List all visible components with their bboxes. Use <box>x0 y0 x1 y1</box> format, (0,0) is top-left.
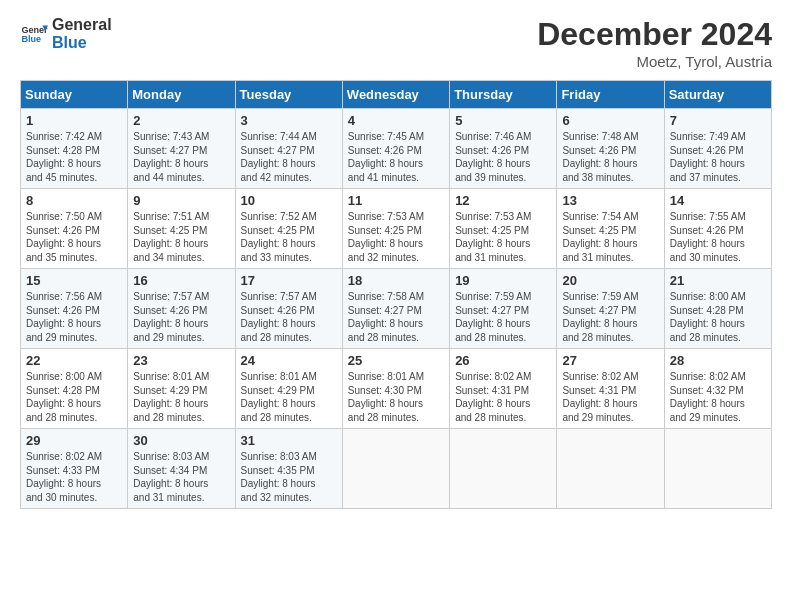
cell-details: Sunrise: 7:52 AMSunset: 4:25 PMDaylight:… <box>241 210 338 264</box>
calendar-cell: 25Sunrise: 8:01 AMSunset: 4:30 PMDayligh… <box>342 349 449 429</box>
calendar-week-row: 1Sunrise: 7:42 AMSunset: 4:28 PMDaylight… <box>21 109 772 189</box>
day-number: 27 <box>562 353 659 368</box>
cell-details: Sunrise: 7:48 AMSunset: 4:26 PMDaylight:… <box>562 130 659 184</box>
day-number: 20 <box>562 273 659 288</box>
calendar-cell: 21Sunrise: 8:00 AMSunset: 4:28 PMDayligh… <box>664 269 771 349</box>
calendar-cell: 8Sunrise: 7:50 AMSunset: 4:26 PMDaylight… <box>21 189 128 269</box>
calendar-cell: 23Sunrise: 8:01 AMSunset: 4:29 PMDayligh… <box>128 349 235 429</box>
logo-icon: General Blue <box>20 20 48 48</box>
day-number: 7 <box>670 113 767 128</box>
calendar-cell: 12Sunrise: 7:53 AMSunset: 4:25 PMDayligh… <box>450 189 557 269</box>
calendar-cell: 14Sunrise: 7:55 AMSunset: 4:26 PMDayligh… <box>664 189 771 269</box>
cell-details: Sunrise: 7:49 AMSunset: 4:26 PMDaylight:… <box>670 130 767 184</box>
calendar-cell: 19Sunrise: 7:59 AMSunset: 4:27 PMDayligh… <box>450 269 557 349</box>
header: General Blue General Blue December 2024 … <box>20 16 772 70</box>
day-number: 15 <box>26 273 123 288</box>
calendar-cell: 7Sunrise: 7:49 AMSunset: 4:26 PMDaylight… <box>664 109 771 189</box>
calendar-week-row: 8Sunrise: 7:50 AMSunset: 4:26 PMDaylight… <box>21 189 772 269</box>
header-tuesday: Tuesday <box>235 81 342 109</box>
cell-details: Sunrise: 7:56 AMSunset: 4:26 PMDaylight:… <box>26 290 123 344</box>
svg-text:Blue: Blue <box>21 35 41 45</box>
day-number: 5 <box>455 113 552 128</box>
calendar-cell: 17Sunrise: 7:57 AMSunset: 4:26 PMDayligh… <box>235 269 342 349</box>
calendar-cell <box>664 429 771 509</box>
day-number: 13 <box>562 193 659 208</box>
cell-details: Sunrise: 7:58 AMSunset: 4:27 PMDaylight:… <box>348 290 445 344</box>
cell-details: Sunrise: 8:02 AMSunset: 4:33 PMDaylight:… <box>26 450 123 504</box>
day-number: 30 <box>133 433 230 448</box>
calendar-cell: 18Sunrise: 7:58 AMSunset: 4:27 PMDayligh… <box>342 269 449 349</box>
cell-details: Sunrise: 7:42 AMSunset: 4:28 PMDaylight:… <box>26 130 123 184</box>
cell-details: Sunrise: 7:45 AMSunset: 4:26 PMDaylight:… <box>348 130 445 184</box>
month-title: December 2024 <box>537 16 772 53</box>
calendar-cell: 6Sunrise: 7:48 AMSunset: 4:26 PMDaylight… <box>557 109 664 189</box>
day-number: 24 <box>241 353 338 368</box>
calendar-cell: 16Sunrise: 7:57 AMSunset: 4:26 PMDayligh… <box>128 269 235 349</box>
cell-details: Sunrise: 7:57 AMSunset: 4:26 PMDaylight:… <box>133 290 230 344</box>
cell-details: Sunrise: 8:00 AMSunset: 4:28 PMDaylight:… <box>26 370 123 424</box>
day-number: 14 <box>670 193 767 208</box>
cell-details: Sunrise: 7:43 AMSunset: 4:27 PMDaylight:… <box>133 130 230 184</box>
cell-details: Sunrise: 8:00 AMSunset: 4:28 PMDaylight:… <box>670 290 767 344</box>
cell-details: Sunrise: 7:53 AMSunset: 4:25 PMDaylight:… <box>455 210 552 264</box>
day-number: 17 <box>241 273 338 288</box>
day-number: 1 <box>26 113 123 128</box>
day-number: 25 <box>348 353 445 368</box>
cell-details: Sunrise: 7:46 AMSunset: 4:26 PMDaylight:… <box>455 130 552 184</box>
day-number: 6 <box>562 113 659 128</box>
cell-details: Sunrise: 7:57 AMSunset: 4:26 PMDaylight:… <box>241 290 338 344</box>
header-sunday: Sunday <box>21 81 128 109</box>
cell-details: Sunrise: 8:01 AMSunset: 4:30 PMDaylight:… <box>348 370 445 424</box>
header-wednesday: Wednesday <box>342 81 449 109</box>
day-number: 21 <box>670 273 767 288</box>
cell-details: Sunrise: 7:54 AMSunset: 4:25 PMDaylight:… <box>562 210 659 264</box>
location: Moetz, Tyrol, Austria <box>537 53 772 70</box>
day-number: 22 <box>26 353 123 368</box>
day-number: 23 <box>133 353 230 368</box>
day-number: 29 <box>26 433 123 448</box>
calendar-body: 1Sunrise: 7:42 AMSunset: 4:28 PMDaylight… <box>21 109 772 509</box>
calendar-cell: 31Sunrise: 8:03 AMSunset: 4:35 PMDayligh… <box>235 429 342 509</box>
calendar-cell: 20Sunrise: 7:59 AMSunset: 4:27 PMDayligh… <box>557 269 664 349</box>
calendar-cell: 29Sunrise: 8:02 AMSunset: 4:33 PMDayligh… <box>21 429 128 509</box>
calendar-cell: 24Sunrise: 8:01 AMSunset: 4:29 PMDayligh… <box>235 349 342 429</box>
cell-details: Sunrise: 8:02 AMSunset: 4:31 PMDaylight:… <box>562 370 659 424</box>
day-number: 10 <box>241 193 338 208</box>
title-area: December 2024 Moetz, Tyrol, Austria <box>537 16 772 70</box>
calendar-week-row: 15Sunrise: 7:56 AMSunset: 4:26 PMDayligh… <box>21 269 772 349</box>
calendar-cell: 10Sunrise: 7:52 AMSunset: 4:25 PMDayligh… <box>235 189 342 269</box>
calendar-cell: 1Sunrise: 7:42 AMSunset: 4:28 PMDaylight… <box>21 109 128 189</box>
day-number: 9 <box>133 193 230 208</box>
cell-details: Sunrise: 8:03 AMSunset: 4:35 PMDaylight:… <box>241 450 338 504</box>
cell-details: Sunrise: 8:03 AMSunset: 4:34 PMDaylight:… <box>133 450 230 504</box>
cell-details: Sunrise: 8:01 AMSunset: 4:29 PMDaylight:… <box>241 370 338 424</box>
cell-details: Sunrise: 7:55 AMSunset: 4:26 PMDaylight:… <box>670 210 767 264</box>
day-number: 4 <box>348 113 445 128</box>
cell-details: Sunrise: 8:02 AMSunset: 4:32 PMDaylight:… <box>670 370 767 424</box>
cell-details: Sunrise: 8:01 AMSunset: 4:29 PMDaylight:… <box>133 370 230 424</box>
header-monday: Monday <box>128 81 235 109</box>
calendar-cell: 11Sunrise: 7:53 AMSunset: 4:25 PMDayligh… <box>342 189 449 269</box>
cell-details: Sunrise: 7:51 AMSunset: 4:25 PMDaylight:… <box>133 210 230 264</box>
calendar-week-row: 22Sunrise: 8:00 AMSunset: 4:28 PMDayligh… <box>21 349 772 429</box>
calendar-cell: 13Sunrise: 7:54 AMSunset: 4:25 PMDayligh… <box>557 189 664 269</box>
calendar-week-row: 29Sunrise: 8:02 AMSunset: 4:33 PMDayligh… <box>21 429 772 509</box>
cell-details: Sunrise: 7:44 AMSunset: 4:27 PMDaylight:… <box>241 130 338 184</box>
calendar-cell: 22Sunrise: 8:00 AMSunset: 4:28 PMDayligh… <box>21 349 128 429</box>
calendar-cell: 9Sunrise: 7:51 AMSunset: 4:25 PMDaylight… <box>128 189 235 269</box>
cell-details: Sunrise: 7:59 AMSunset: 4:27 PMDaylight:… <box>562 290 659 344</box>
cell-details: Sunrise: 8:02 AMSunset: 4:31 PMDaylight:… <box>455 370 552 424</box>
calendar-cell: 2Sunrise: 7:43 AMSunset: 4:27 PMDaylight… <box>128 109 235 189</box>
calendar-cell <box>450 429 557 509</box>
calendar-cell: 27Sunrise: 8:02 AMSunset: 4:31 PMDayligh… <box>557 349 664 429</box>
calendar-cell: 26Sunrise: 8:02 AMSunset: 4:31 PMDayligh… <box>450 349 557 429</box>
calendar-cell: 30Sunrise: 8:03 AMSunset: 4:34 PMDayligh… <box>128 429 235 509</box>
calendar-cell <box>557 429 664 509</box>
day-number: 12 <box>455 193 552 208</box>
header-saturday: Saturday <box>664 81 771 109</box>
day-number: 16 <box>133 273 230 288</box>
header-thursday: Thursday <box>450 81 557 109</box>
header-friday: Friday <box>557 81 664 109</box>
calendar-cell: 5Sunrise: 7:46 AMSunset: 4:26 PMDaylight… <box>450 109 557 189</box>
cell-details: Sunrise: 7:50 AMSunset: 4:26 PMDaylight:… <box>26 210 123 264</box>
